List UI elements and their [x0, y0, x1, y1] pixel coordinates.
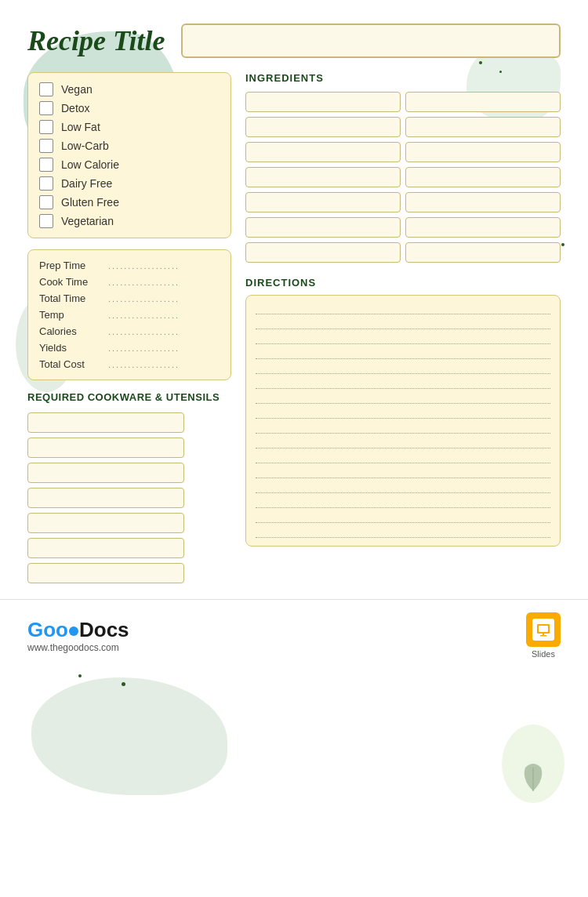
total-time-label: Total Time: [39, 292, 102, 304]
cookware-input-6[interactable]: [27, 538, 184, 558]
checkbox-vegetarian-box[interactable]: [39, 214, 53, 228]
main-columns: Vegan Detox Low Fat Low-Carb: [27, 72, 561, 583]
logo-oo: oo: [43, 618, 68, 641]
checkbox-dairyfree-box[interactable]: [39, 176, 53, 191]
direction-line-6: [256, 378, 550, 389]
logo-docs: Docs: [79, 618, 129, 641]
direction-line-10: [256, 438, 550, 448]
leaf-decoration: [517, 756, 549, 795]
time-row-cook: Cook Time ..................: [39, 276, 220, 288]
cookware-input-3[interactable]: [27, 463, 184, 483]
footer-left: GooDocs www.thegoodocs.com: [27, 618, 129, 653]
cookware-input-5[interactable]: [27, 513, 184, 533]
ingredient-input-2a[interactable]: [245, 117, 401, 137]
checkbox-lowcarb: Low-Carb: [39, 139, 220, 153]
ingredient-input-5a[interactable]: [245, 192, 401, 212]
time-row-prep: Prep Time ..................: [39, 260, 220, 271]
calories-dots: ..................: [108, 327, 220, 336]
cookware-input-2[interactable]: [27, 438, 184, 458]
svg-rect-4: [540, 635, 546, 637]
cookware-header: REQUIRED COOKWARE & UTENSILS: [27, 391, 231, 405]
totalcost-label: Total Cost: [39, 358, 102, 370]
svg-rect-2: [539, 626, 548, 632]
right-column: INGREDIENTS: [245, 72, 561, 583]
direction-line-3: [256, 333, 550, 344]
ingredient-input-4b[interactable]: [405, 167, 561, 187]
bg-blob-bottom: [31, 677, 227, 795]
checkbox-glutenfree-box[interactable]: [39, 195, 53, 209]
ingredient-input-1b[interactable]: [405, 92, 561, 112]
temp-dots: ..................: [108, 310, 220, 320]
ingredient-input-3a[interactable]: [245, 142, 401, 162]
checkbox-detox: Detox: [39, 101, 220, 115]
direction-line-12: [256, 467, 550, 478]
ingredient-input-2b[interactable]: [405, 117, 561, 137]
cook-time-label: Cook Time: [39, 276, 102, 288]
direction-line-13: [256, 482, 550, 493]
checkbox-lowfat-box[interactable]: [39, 120, 53, 134]
checkbox-vegan-box[interactable]: [39, 82, 53, 96]
main-content: Recipe Title Vegan Detox: [0, 0, 588, 599]
direction-line-5: [256, 363, 550, 374]
direction-line-8: [256, 408, 550, 419]
cookware-section: REQUIRED COOKWARE & UTENSILS: [27, 391, 231, 583]
times-section: Prep Time .................. Cook Time .…: [27, 249, 231, 380]
recipe-title-input[interactable]: [181, 24, 561, 58]
slides-label: Slides: [532, 649, 555, 659]
dot-7: [122, 682, 125, 686]
checkboxes-section: Vegan Detox Low Fat Low-Carb: [27, 72, 231, 238]
ingredient-input-1a[interactable]: [245, 92, 401, 112]
time-row-yields: Yields ..................: [39, 342, 220, 354]
totalcost-dots: ..................: [108, 360, 220, 369]
checkbox-lowcarb-box[interactable]: [39, 139, 53, 153]
slides-badge-inner: [532, 619, 554, 641]
ingredient-input-6b[interactable]: [405, 217, 561, 238]
header: Recipe Title: [27, 24, 561, 58]
directions-lines: [245, 295, 561, 547]
ingredient-input-7a[interactable]: [245, 242, 401, 263]
direction-line-16: [256, 527, 550, 538]
checkbox-dairyfree-label: Dairy Free: [61, 177, 112, 190]
cookware-input-7[interactable]: [27, 563, 184, 583]
yields-label: Yields: [39, 342, 102, 354]
ingredient-input-7b[interactable]: [405, 242, 561, 263]
cookware-input-1[interactable]: [27, 412, 184, 433]
ingredient-input-5b[interactable]: [405, 192, 561, 212]
checkbox-detox-box[interactable]: [39, 101, 53, 115]
yields-dots: ..................: [108, 343, 220, 353]
time-row-totalcost: Total Cost ..................: [39, 358, 220, 370]
checkbox-lowcalorie-label: Low Calorie: [61, 158, 119, 171]
checkbox-vegan: Vegan: [39, 82, 220, 96]
slides-svg: [535, 622, 551, 637]
cookware-input-4[interactable]: [27, 488, 184, 508]
checkbox-lowcarb-label: Low-Carb: [61, 140, 109, 152]
dot-8: [78, 674, 82, 677]
direction-line-4: [256, 348, 550, 359]
checkbox-lowcalorie: Low Calorie: [39, 158, 220, 172]
ingredients-grid: [245, 92, 561, 263]
cookware-inputs: [27, 412, 231, 583]
prep-time-dots: ..................: [108, 261, 220, 271]
checkbox-glutenfree-label: Gluten Free: [61, 196, 119, 209]
ingredient-input-4a[interactable]: [245, 167, 401, 187]
total-time-dots: ..................: [108, 294, 220, 303]
ingredients-header: INGREDIENTS: [245, 72, 561, 84]
direction-line-11: [256, 452, 550, 463]
checkbox-lowcalorie-box[interactable]: [39, 158, 53, 172]
logo-g: G: [27, 618, 43, 641]
calories-label: Calories: [39, 325, 102, 337]
checkbox-detox-label: Detox: [61, 102, 90, 114]
direction-line-7: [256, 393, 550, 404]
checkbox-vegan-label: Vegan: [61, 83, 93, 96]
gooddocs-logo: GooDocs: [27, 618, 129, 642]
checkbox-glutenfree: Gluten Free: [39, 195, 220, 209]
slides-badge: [526, 612, 561, 647]
checkbox-vegetarian: Vegetarian: [39, 214, 220, 228]
direction-line-1: [256, 303, 550, 314]
cook-time-dots: ..................: [108, 278, 220, 287]
ingredient-input-3b[interactable]: [405, 142, 561, 162]
left-column: Vegan Detox Low Fat Low-Carb: [27, 72, 231, 583]
page-wrapper: Recipe Title Vegan Detox: [0, 0, 588, 897]
direction-line-2: [256, 318, 550, 329]
ingredient-input-6a[interactable]: [245, 217, 401, 238]
